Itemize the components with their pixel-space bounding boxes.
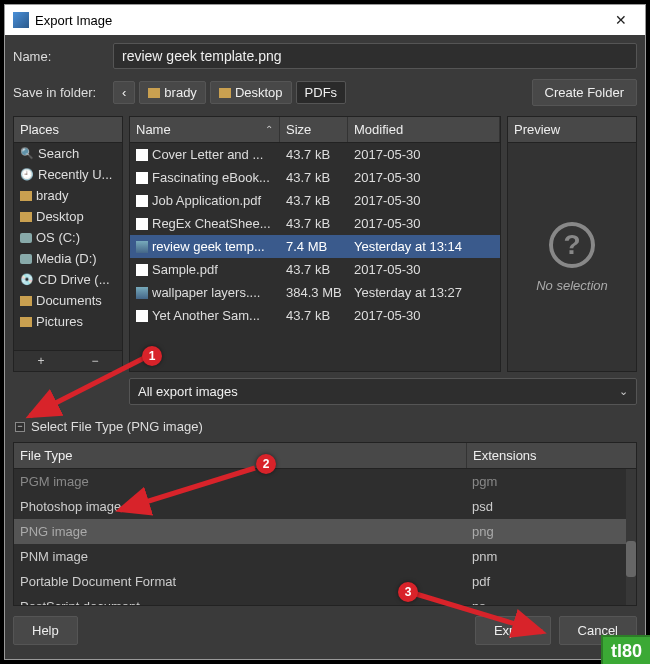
close-button[interactable]: ✕ <box>605 6 637 34</box>
file-modified: 2017-05-30 <box>348 214 500 233</box>
place-item[interactable]: 💿CD Drive (... <box>14 269 122 290</box>
sort-arrow-icon: ⌃ <box>265 124 273 135</box>
question-icon: ? <box>549 222 595 268</box>
filetype-name: Photoshop image <box>14 497 466 516</box>
file-row[interactable]: wallpaper layers....384.3 MBYesterday at… <box>130 281 500 304</box>
filename-input[interactable] <box>113 43 637 69</box>
filter-value: All export images <box>138 384 238 399</box>
filetype-expander[interactable]: − Select File Type (PNG image) <box>13 415 637 438</box>
file-size: 384.3 MB <box>280 283 348 302</box>
file-row[interactable]: Job Application.pdf43.7 kB2017-05-30 <box>130 189 500 212</box>
folder-icon <box>20 317 32 327</box>
place-label: OS (C:) <box>36 230 80 245</box>
place-item[interactable]: Documents <box>14 290 122 311</box>
filter-select[interactable]: All export images ⌄ <box>129 378 637 405</box>
filetype-name: PostScript document <box>14 597 466 605</box>
place-item[interactable]: Desktop <box>14 206 122 227</box>
drive-icon <box>20 254 32 264</box>
place-icon: 🔍 <box>20 147 34 161</box>
scrollbar-thumb[interactable] <box>626 541 636 577</box>
filetype-row[interactable]: Photoshop imagepsd <box>14 494 636 519</box>
filetype-ext: pnm <box>466 547 636 566</box>
minus-icon: − <box>15 422 25 432</box>
file-size: 43.7 kB <box>280 145 348 164</box>
file-modified: 2017-05-30 <box>348 145 500 164</box>
file-row[interactable]: Fascinating eBook...43.7 kB2017-05-30 <box>130 166 500 189</box>
filetype-ext: png <box>466 522 636 541</box>
file-row[interactable]: Sample.pdf43.7 kB2017-05-30 <box>130 258 500 281</box>
filetype-ext: pgm <box>466 472 636 491</box>
col-header-extensions[interactable]: Extensions <box>466 443 636 468</box>
file-icon <box>136 172 148 184</box>
filetype-row[interactable]: PostScript documentps <box>14 594 636 605</box>
file-name: Yet Another Sam... <box>152 308 260 323</box>
breadcrumb-seg-1[interactable]: Desktop <box>210 81 292 104</box>
scrollbar-track[interactable] <box>626 469 636 605</box>
place-item[interactable]: brady <box>14 185 122 206</box>
place-label: Desktop <box>36 209 84 224</box>
col-header-filetype[interactable]: File Type <box>14 443 466 468</box>
breadcrumb-seg-2[interactable]: PDFs <box>296 81 347 104</box>
app-icon <box>13 12 29 28</box>
filetype-header: File Type Extensions <box>14 443 636 469</box>
help-button[interactable]: Help <box>13 616 78 645</box>
filetype-row[interactable]: Portable Document Formatpdf <box>14 569 636 594</box>
file-name: Sample.pdf <box>152 262 218 277</box>
filetype-ext: psd <box>466 497 636 516</box>
file-icon <box>136 218 148 230</box>
create-folder-button[interactable]: Create Folder <box>532 79 637 106</box>
chevron-down-icon: ⌄ <box>619 385 628 398</box>
filetype-row[interactable]: PGM imagepgm <box>14 469 636 494</box>
annotation-badge-1: 1 <box>142 346 162 366</box>
place-label: CD Drive (... <box>38 272 110 287</box>
place-item[interactable]: 🕘Recently U... <box>14 164 122 185</box>
file-icon <box>136 287 148 299</box>
col-header-size[interactable]: Size <box>280 117 348 142</box>
file-modified: 2017-05-30 <box>348 260 500 279</box>
file-modified: 2017-05-30 <box>348 306 500 325</box>
filetype-row[interactable]: PNG imagepng <box>14 519 636 544</box>
file-row[interactable]: RegEx CheatShee...43.7 kB2017-05-30 <box>130 212 500 235</box>
filetype-ext: pdf <box>466 572 636 591</box>
file-modified: 2017-05-30 <box>348 168 500 187</box>
window-title: Export Image <box>35 13 112 28</box>
file-header: Name⌃ Size Modified <box>130 117 500 143</box>
place-item[interactable]: 🔍Search <box>14 143 122 164</box>
folder-icon <box>219 88 231 98</box>
col-header-name[interactable]: Name⌃ <box>130 117 280 142</box>
place-item[interactable]: Pictures <box>14 311 122 332</box>
file-panel: Name⌃ Size Modified Cover Letter and ...… <box>129 116 501 372</box>
file-row[interactable]: Yet Another Sam...43.7 kB2017-05-30 <box>130 304 500 327</box>
place-label: Recently U... <box>38 167 112 182</box>
filetype-row[interactable]: PNM imagepnm <box>14 544 636 569</box>
expander-label: Select File Type (PNG image) <box>31 419 203 434</box>
breadcrumb-back[interactable]: ‹ <box>113 81 135 104</box>
places-add-button[interactable]: + <box>14 351 68 371</box>
annotation-badge-3: 3 <box>398 582 418 602</box>
drive-icon <box>20 233 32 243</box>
watermark: tl80 <box>601 635 650 664</box>
dialog-footer: Help Export Cancel <box>13 616 637 645</box>
export-dialog: Export Image ✕ Name: Save in folder: ‹ b… <box>4 4 646 660</box>
place-label: Media (D:) <box>36 251 97 266</box>
col-header-modified[interactable]: Modified <box>348 117 500 142</box>
file-name: Fascinating eBook... <box>152 170 270 185</box>
file-size: 43.7 kB <box>280 191 348 210</box>
file-row[interactable]: review geek temp...7.4 MBYesterday at 13… <box>130 235 500 258</box>
export-button[interactable]: Export <box>475 616 551 645</box>
place-icon: 🕘 <box>20 168 34 182</box>
place-label: Pictures <box>36 314 83 329</box>
folder-icon <box>20 191 32 201</box>
place-item[interactable]: OS (C:) <box>14 227 122 248</box>
file-icon <box>136 195 148 207</box>
place-item[interactable]: Media (D:) <box>14 248 122 269</box>
dialog-content: Name: Save in folder: ‹ brady Desktop PD… <box>5 35 645 659</box>
preview-panel: Preview ? No selection <box>507 116 637 372</box>
filetype-name: PNG image <box>14 522 466 541</box>
breadcrumb: ‹ brady Desktop PDFs <box>113 81 346 104</box>
place-label: brady <box>36 188 69 203</box>
breadcrumb-seg-0[interactable]: brady <box>139 81 206 104</box>
file-name: review geek temp... <box>152 239 265 254</box>
places-remove-button[interactable]: − <box>68 351 122 371</box>
file-row[interactable]: Cover Letter and ...43.7 kB2017-05-30 <box>130 143 500 166</box>
